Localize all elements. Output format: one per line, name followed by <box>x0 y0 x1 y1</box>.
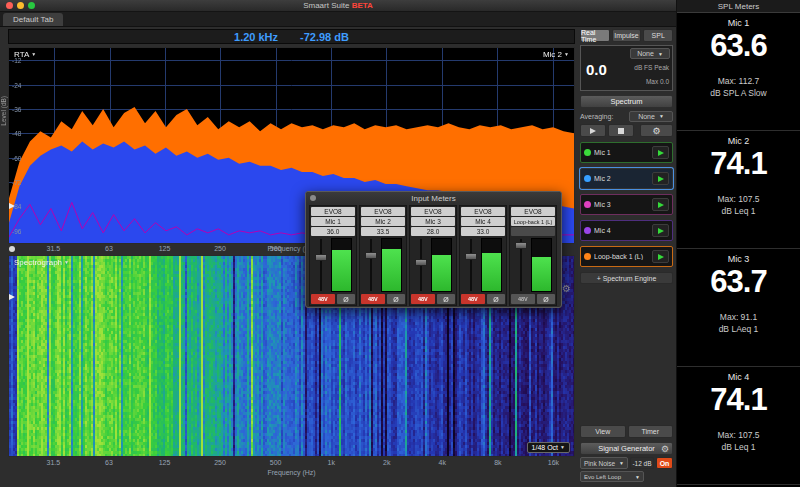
channel-color-dot <box>584 175 591 182</box>
fader-knob[interactable] <box>415 259 427 266</box>
track-run-button[interactable] <box>652 224 669 237</box>
level-meter <box>481 238 502 292</box>
phase-invert-button[interactable]: Ø <box>337 294 355 304</box>
pane-divider-handle[interactable] <box>9 246 15 252</box>
cursor-marker[interactable] <box>9 203 15 209</box>
generator-source-select[interactable]: Pink Noise▼ <box>580 457 628 469</box>
channel-name[interactable]: Loop-back 1 (L) <box>511 217 555 226</box>
add-spectrum-engine-button[interactable]: + Spectrum Engine <box>580 272 673 284</box>
gain-fader[interactable] <box>314 238 329 292</box>
signal-generator-header[interactable]: Signal Generator ⚙ <box>580 442 673 455</box>
gain-fader[interactable] <box>514 238 529 292</box>
level-meter <box>531 238 552 292</box>
gain-value[interactable]: 33.5 <box>361 227 405 236</box>
device-select[interactable]: EVO8 <box>311 207 355 216</box>
view-button[interactable]: View <box>580 425 626 438</box>
spl-meter-mic-4[interactable]: Mic 4 74.1 Max: 107.5 dB Leq 1 <box>677 367 800 485</box>
peak-level-unit: dB FS Peak <box>634 64 669 71</box>
phantom-power-button[interactable]: 48V <box>511 294 535 304</box>
panel-bottom: View Timer Signal Generator ⚙ Pink Noise… <box>580 425 673 482</box>
spectrum-track-loopback-1[interactable]: Loop-back 1 (L) <box>580 246 673 267</box>
input-level-readout: None▼ 0.0 dB FS Peak Max 0.0 <box>580 45 673 91</box>
phantom-power-button[interactable]: 48V <box>361 294 385 304</box>
chevron-down-icon: ▼ <box>564 51 569 57</box>
device-select[interactable]: EVO8 <box>511 207 555 216</box>
spectrum-track-mic-2[interactable]: Mic 2 <box>580 168 673 189</box>
main-window: Smaart Suite BETA Default Tab 1.20 kHz -… <box>0 0 677 487</box>
gain-value[interactable]: 36.0 <box>311 227 355 236</box>
generator-output-select[interactable]: Evo Left Loop▼ <box>580 471 644 482</box>
channel-name[interactable]: Mic 1 <box>311 217 355 226</box>
tools-button[interactable]: ⚙ <box>640 124 673 137</box>
cursor-marker[interactable] <box>9 294 15 300</box>
phantom-power-button[interactable]: 48V <box>311 294 335 304</box>
channel-color-dot <box>584 227 591 234</box>
channel-name[interactable]: Mic 2 <box>361 217 405 226</box>
device-select[interactable]: EVO8 <box>361 207 405 216</box>
spl-meter-mic-3[interactable]: Mic 3 63.7 Max: 91.1 dB LAeq 1 <box>677 249 800 367</box>
channel-name[interactable]: Mic 4 <box>461 217 505 226</box>
gain-fader[interactable] <box>414 238 429 292</box>
spectrum-track-mic-1[interactable]: Mic 1 <box>580 142 673 163</box>
rta-plot-type-selector[interactable]: RTA▼ <box>14 50 36 59</box>
spl-meter-mic-1[interactable]: Mic 1 63.6 Max: 112.7 dB SPL A Slow <box>677 13 800 131</box>
device-select[interactable]: EVO8 <box>461 207 505 216</box>
gain-value[interactable]: 33.0 <box>461 227 505 236</box>
gain-value[interactable]: 28.0 <box>411 227 455 236</box>
spectrograph-type-selector[interactable]: Spectrograph▼ <box>14 258 69 267</box>
track-run-button[interactable] <box>652 172 669 185</box>
title-bar: Smaart Suite BETA <box>0 0 676 12</box>
input-meters-titlebar[interactable]: Input Meters <box>306 192 561 204</box>
stop-button[interactable] <box>608 124 634 137</box>
rta-y-axis-label: Level (dB) <box>0 96 7 126</box>
generator-level-button[interactable]: -12 dB <box>630 457 654 469</box>
track-run-button[interactable] <box>652 250 669 263</box>
phase-invert-button[interactable]: Ø <box>487 294 505 304</box>
mode-impulse-button[interactable]: Impulse <box>612 29 642 42</box>
rta-input-selector[interactable]: Mic 2▼ <box>543 50 569 59</box>
run-button[interactable] <box>580 124 606 137</box>
fader-knob[interactable] <box>315 254 327 261</box>
generator-on-button[interactable]: On <box>656 457 673 469</box>
fader-knob[interactable] <box>515 242 527 249</box>
channel-color-dot <box>584 149 591 156</box>
mode-spl-button[interactable]: SPL <box>643 29 673 42</box>
channel-name[interactable]: Mic 3 <box>411 217 455 226</box>
meter-source-select[interactable]: None▼ <box>630 48 670 59</box>
spectrum-section-header[interactable]: Spectrum <box>580 95 673 108</box>
level-meter-fill <box>532 257 551 291</box>
tab-default[interactable]: Default Tab <box>3 13 63 26</box>
phantom-power-button[interactable]: 48V <box>461 294 485 304</box>
spectrum-track-mic-3[interactable]: Mic 3 <box>580 194 673 215</box>
phase-invert-button[interactable]: Ø <box>437 294 455 304</box>
zoom-window-button[interactable] <box>28 2 35 9</box>
averaging-select[interactable]: None▼ <box>629 111 673 122</box>
minimize-window-button[interactable] <box>17 2 24 9</box>
phase-invert-button[interactable]: Ø <box>387 294 405 304</box>
phase-invert-button[interactable]: Ø <box>537 294 555 304</box>
input-channel-strip-1: EVO8 Mic 1 36.0 48V Ø <box>309 205 357 306</box>
phantom-power-button[interactable]: 48V <box>411 294 435 304</box>
gain-fader[interactable] <box>464 238 479 292</box>
window-controls <box>6 2 35 9</box>
track-run-button[interactable] <box>652 198 669 211</box>
timer-button[interactable]: Timer <box>628 425 674 438</box>
gain-fader[interactable] <box>364 238 379 292</box>
mode-real-time-button[interactable]: Real Time <box>580 29 610 42</box>
track-run-button[interactable] <box>652 146 669 159</box>
spectrum-track-mic-4[interactable]: Mic 4 <box>580 220 673 241</box>
banding-resolution-selector[interactable]: 1/48 Oct▼ <box>527 442 570 453</box>
level-meter-fill <box>382 249 401 291</box>
close-window-button[interactable] <box>6 2 13 9</box>
gain-value[interactable] <box>511 227 555 236</box>
fader-knob[interactable] <box>365 252 377 259</box>
gear-icon[interactable]: ⚙ <box>661 444 669 454</box>
spectrograph-settings-gear-icon[interactable]: ⚙ <box>562 283 571 294</box>
fader-knob[interactable] <box>465 253 477 260</box>
fader-groove <box>320 239 322 291</box>
spl-meter-mic-2[interactable]: Mic 2 74.1 Max: 107.5 dB Leq 1 <box>677 131 800 249</box>
chevron-down-icon: ▼ <box>659 113 664 119</box>
device-select[interactable]: EVO8 <box>411 207 455 216</box>
level-meter <box>331 238 352 292</box>
close-icon[interactable] <box>310 195 316 201</box>
